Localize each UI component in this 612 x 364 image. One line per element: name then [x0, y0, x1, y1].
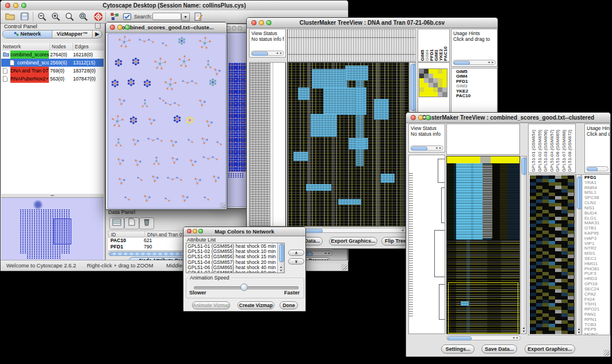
delete-attribute-icon[interactable]: [139, 217, 154, 229]
gene-dendrogram[interactable]: [408, 155, 445, 334]
birdseye-viewport-rectangle[interactable]: [53, 219, 71, 244]
animation-speed-slider-thumb[interactable]: [240, 283, 248, 291]
minimize-button[interactable]: [193, 229, 197, 233]
zoom-button[interactable]: [125, 25, 130, 30]
open-file-icon[interactable]: [4, 12, 16, 22]
background-window-title-bar[interactable]: [224, 24, 248, 33]
view-status-hscrollbar[interactable]: ◂ ▸: [251, 51, 284, 56]
search-input[interactable]: [152, 13, 181, 20]
search-dropdown-button[interactable]: ▼: [181, 13, 190, 21]
zoom-button[interactable]: [198, 229, 203, 233]
column-label[interactable]: GPL51-08 (GSM872): [567, 125, 573, 172]
zoom-out-icon[interactable]: [36, 12, 48, 22]
column-label[interactable]: GIM4: [424, 36, 429, 61]
network-list-row[interactable]: combined_sco 2569(6) 13112(15): [1, 59, 104, 67]
help-lifering-icon[interactable]: [93, 12, 104, 22]
treeview1-title-bar[interactable]: ClusterMaker TreeView : DNA and Tran 07-…: [247, 18, 498, 28]
move-down-button[interactable]: ∨: [288, 258, 304, 265]
treeview-button[interactable]: Export Graphics...: [525, 344, 575, 354]
zoom-button[interactable]: [238, 26, 242, 30]
tab-vizmapper[interactable]: VizMapper™: [52, 30, 93, 38]
main-title-bar[interactable]: Cytoscape Desktop (Session Name: collins…: [1, 1, 348, 11]
network-list-row[interactable]: DNA and Tran 07 769(0) 183728(0): [1, 67, 104, 75]
column-label[interactable]: GIM5: [420, 36, 424, 61]
dialog-button[interactable]: Create Vizmap: [238, 301, 274, 309]
resize-grip[interactable]: [341, 264, 347, 270]
show-panel-icon[interactable]: [121, 12, 133, 22]
minimize-button[interactable]: [13, 3, 18, 8]
treeview-button[interactable]: Settings...: [441, 344, 475, 354]
usage-hints-hscrollbar[interactable]: [586, 166, 609, 171]
column-label[interactable]: PAC10: [443, 36, 447, 61]
minimize-button[interactable]: [117, 25, 123, 30]
heatmap-selection-rectangle[interactable]: [448, 282, 518, 334]
zoom-heatmap[interactable]: [530, 175, 575, 334]
new-attribute-icon[interactable]: [124, 217, 139, 229]
move-up-button[interactable]: ∧: [288, 250, 304, 256]
global-heatmap[interactable]: [287, 62, 409, 227]
new-network-icon[interactable]: [109, 12, 120, 22]
close-button[interactable]: [187, 229, 192, 233]
minimize-button[interactable]: [259, 20, 264, 25]
column-label[interactable]: GPL51-04 (GSM857): [549, 125, 556, 172]
float-panel-icon[interactable]: [95, 23, 101, 30]
column-dendrogram[interactable]: [446, 124, 520, 155]
network-window-title-bar[interactable]: combined_scores_good.txt--cluste...: [106, 22, 227, 33]
heatmap-hscrollbar[interactable]: ◂ ▸: [446, 335, 521, 340]
resize-grip[interactable]: [220, 202, 226, 209]
gene-dendrogram[interactable]: [249, 62, 286, 227]
toolbar-separator: [105, 12, 106, 21]
attribute-list-vscrollbar[interactable]: ▲▼: [277, 243, 284, 273]
zoom-fit-icon[interactable]: [64, 12, 75, 22]
birdseye-view[interactable]: [1, 197, 104, 261]
column-label[interactable]: GPL51-02 (GSM855): [537, 125, 544, 172]
tab-network[interactable]: Network: [3, 30, 52, 38]
zoom-button[interactable]: [21, 3, 26, 8]
close-button[interactable]: [5, 3, 10, 8]
select-attributes-icon[interactable]: [109, 217, 124, 229]
close-button[interactable]: [411, 115, 416, 120]
global-heatmap[interactable]: [446, 156, 520, 334]
resize-grip[interactable]: [603, 350, 610, 356]
zoom-button[interactable]: [426, 115, 431, 120]
zoom-selected-icon[interactable]: [78, 12, 89, 22]
treeview-button[interactable]: Export Graphics...: [329, 237, 377, 246]
treeview-button[interactable]: Save Data...: [481, 344, 517, 354]
column-label[interactable]: GPL51-07 (GSM868): [561, 125, 568, 172]
network-canvas-background[interactable]: [225, 33, 248, 207]
minimize-button[interactable]: [418, 115, 423, 120]
column-label[interactable]: GPL51-01 (GSM854): [531, 125, 537, 172]
column-label[interactable]: GPL51-03 (GSM856): [543, 125, 549, 172]
save-session-icon[interactable]: [19, 12, 30, 22]
close-button[interactable]: [251, 20, 257, 25]
column-label[interactable]: GPL51-06 (GSM865): [555, 125, 561, 172]
dialog-button[interactable]: Animate Vizmap: [192, 301, 230, 309]
network-name: combined_sco: [17, 59, 49, 67]
zoom-heatmap[interactable]: [419, 68, 447, 97]
dialog-button[interactable]: Done: [280, 301, 298, 309]
tab-overflow-arrow[interactable]: ▶: [93, 30, 102, 38]
column-label[interactable]: GIM3: [434, 36, 438, 61]
zoom-in-icon[interactable]: [50, 12, 62, 22]
usage-hints-hscrollbar[interactable]: ◂ ▸: [453, 60, 496, 65]
gene-label[interactable]: PAC10: [456, 94, 471, 98]
column-dendrogram[interactable]: [287, 29, 416, 62]
zoom-button[interactable]: [266, 20, 271, 25]
column-label[interactable]: PFD1: [429, 36, 434, 61]
annotate-icon[interactable]: [193, 12, 204, 22]
heatmap-vscrollbar[interactable]: ▲▼: [521, 156, 527, 334]
heatmap-cell: [429, 83, 433, 87]
treeview2-title-bar[interactable]: ClusterMaker TreeView : combined_scores_…: [406, 113, 610, 123]
close-button[interactable]: [110, 25, 115, 30]
gene-label[interactable]: MON2: [584, 332, 599, 335]
column-label[interactable]: YKE2: [438, 36, 443, 61]
heatmap-cell: [433, 83, 438, 87]
network-list-row[interactable]: combined_scores 2764(0) 16218(0): [1, 51, 104, 59]
view-status-hscrollbar[interactable]: ◂ ▸: [410, 145, 443, 151]
network-canvas[interactable]: [108, 33, 226, 209]
minimize-button[interactable]: [232, 26, 236, 30]
zoom-view-vscrollbar[interactable]: ▲▼: [576, 174, 582, 335]
network-list-row[interactable]: RNAPuberNov2+ 563(0) 107847(0): [1, 75, 104, 83]
dialog-title-bar[interactable]: Map Colors to Network: [183, 227, 305, 236]
attribute-list-item[interactable]: GPL51-07 (GSM868) heat shock 60 min: [186, 270, 277, 273]
